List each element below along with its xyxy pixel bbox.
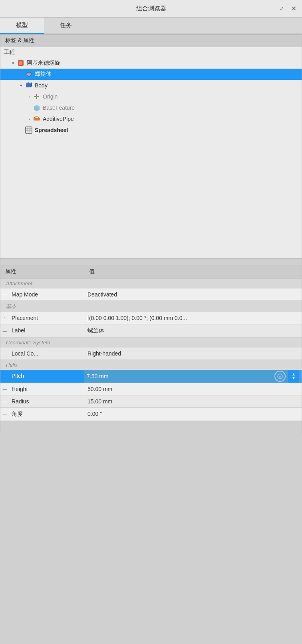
prop-value-label[interactable]: 螺旋体 (84, 324, 302, 337)
expand-icon-body: ▾ (18, 83, 24, 88)
tree-item-label-archimedes: 阿基米德螺旋 (27, 59, 60, 67)
svg-point-8 (36, 96, 38, 97)
tab-model[interactable]: 模型 (0, 18, 44, 34)
prop-name-label: Label (9, 324, 84, 337)
divider-dots: ········· (142, 260, 159, 264)
prop-value-map-mode[interactable]: Deactivated (84, 288, 302, 300)
arrow-down-icon[interactable]: ▼ (292, 376, 296, 380)
panel-divider[interactable]: ········· (0, 258, 302, 265)
tree-item-spreadsheet[interactable]: Spreadsheet (0, 124, 302, 136)
svg-marker-5 (31, 82, 32, 87)
close-button[interactable]: ✕ (289, 4, 298, 13)
tree-item-archimedes[interactable]: ▾ 阿基米德螺旋 (0, 57, 302, 69)
tree-item-label-spreadsheet: Spreadsheet (35, 127, 68, 133)
prop-value-placement[interactable]: [(0.00 0.00 1.00); 0.00 °; (0.00 mm 0.0.… (84, 312, 302, 324)
tree-item-label-basefeature: BaseFeature (43, 105, 75, 111)
props-header-col1: 属性 (0, 265, 84, 278)
prop-expand-placement: › (0, 312, 9, 324)
prop-name-local-co: Local Co... (9, 348, 84, 360)
tree-header-col2 (151, 37, 297, 44)
window-controls: ⤢ ✕ (277, 4, 298, 13)
properties-section: 属性 值 Attachment — Map Mode Deactivated 基… (0, 265, 302, 421)
body-icon (24, 70, 33, 79)
tree-item-basefeature[interactable]: BaseFeature (0, 102, 302, 113)
formula-button[interactable]: ∞ (274, 371, 286, 382)
window-title: 组合浏览器 (136, 5, 166, 12)
tree-header: 标签 & 属性 (0, 35, 302, 47)
prop-expand-height: — (0, 383, 9, 395)
prop-row-placement[interactable]: › Placement [(0.00 0.00 1.00); 0.00 °; (… (0, 312, 302, 324)
main-panel: 标签 & 属性 工程 ▾ 阿基米德螺旋 (0, 34, 302, 433)
expand-icon-archimedes: ▾ (10, 61, 16, 66)
svg-text:∞: ∞ (279, 375, 281, 379)
tree-section: 标签 & 属性 工程 ▾ 阿基米德螺旋 (0, 35, 302, 258)
prop-expand-pitch: — (0, 370, 9, 383)
project-icon (16, 59, 25, 67)
group-basic: 基本 (0, 301, 302, 312)
body3d-icon (24, 81, 33, 90)
prop-value-pitch[interactable]: 7.50 mm ∞ ▲ ▼ (84, 370, 302, 383)
tree-item-label-luoxuanti: 螺旋体 (35, 71, 52, 78)
spreadsheet-icon (24, 126, 33, 134)
tree-root-label: 工程 (0, 47, 302, 57)
pipe-icon (32, 115, 41, 123)
prop-row-angle[interactable]: — 角度 0.00 ° (0, 408, 302, 421)
prop-row-pitch[interactable]: — Pitch 7.50 mm ∞ ▲ ▼ (0, 370, 302, 383)
props-header-col2: 值 (84, 265, 99, 278)
tab-task[interactable]: 任务 (44, 18, 88, 34)
tree-item-origin[interactable]: › Origin (0, 91, 302, 102)
prop-expand-label: — (0, 324, 9, 337)
prop-name-pitch: Pitch (9, 370, 84, 383)
prop-value-height[interactable]: 50.00 mm (84, 383, 302, 395)
tree-item-label-additivepipe: AdditivePipe (43, 116, 74, 122)
prop-name-angle: 角度 (9, 408, 84, 421)
prop-name-radius: Radius (9, 395, 84, 407)
expand-icon-additivepipe: › (26, 117, 32, 121)
prop-row-label[interactable]: — Label 螺旋体 (0, 324, 302, 338)
prop-value-local-co[interactable]: Right-handed (84, 348, 302, 360)
svg-rect-3 (26, 83, 31, 87)
prop-value-angle[interactable]: 0.00 ° (84, 408, 302, 421)
tree-item-label-body: Body (35, 82, 48, 89)
tree-item-luoxuanti[interactable]: 螺旋体 (0, 69, 302, 80)
tree-header-col1: 标签 & 属性 (5, 37, 151, 44)
prop-name-placement: Placement (9, 312, 84, 324)
svg-rect-13 (26, 127, 32, 133)
basefeature-icon (32, 103, 41, 112)
prop-value-radius[interactable]: 15.00 mm (84, 395, 302, 407)
prop-name-height: Height (9, 383, 84, 395)
tabs-row: 模型 任务 (0, 18, 302, 34)
svg-marker-4 (26, 82, 31, 83)
tree-item-additivepipe[interactable]: › AdditivePipe (0, 113, 302, 124)
origin-icon (32, 92, 41, 101)
expand-icon-origin: › (26, 94, 32, 99)
svg-rect-11 (34, 118, 40, 121)
prop-row-radius[interactable]: — Radius 15.00 mm (0, 395, 302, 408)
group-helix: Helix (0, 360, 302, 370)
prop-expand-map-mode: — (0, 288, 9, 300)
prop-row-height[interactable]: — Height 50.00 mm (0, 383, 302, 395)
maximize-button[interactable]: ⤢ (277, 4, 286, 13)
prop-row-local-co[interactable]: — Local Co... Right-handed (0, 348, 302, 360)
prop-name-map-mode: Map Mode (9, 288, 84, 300)
prop-row-map-mode[interactable]: — Map Mode Deactivated (0, 288, 302, 301)
prop-expand-local-co: — (0, 348, 9, 360)
status-bar (0, 421, 302, 433)
title-bar: 组合浏览器 ⤢ ✕ (0, 0, 302, 18)
prop-expand-angle: — (0, 408, 9, 421)
tree-item-body[interactable]: ▾ Body (0, 80, 302, 91)
group-coordinate: Coordinate System (0, 338, 302, 348)
prop-expand-radius: — (0, 395, 9, 407)
tree-item-label-origin: Origin (43, 93, 58, 100)
svg-rect-1 (19, 61, 22, 65)
properties-header: 属性 值 (0, 265, 302, 279)
stepper-button[interactable]: ▲ ▼ (288, 370, 299, 383)
group-attachment: Attachment (0, 279, 302, 288)
